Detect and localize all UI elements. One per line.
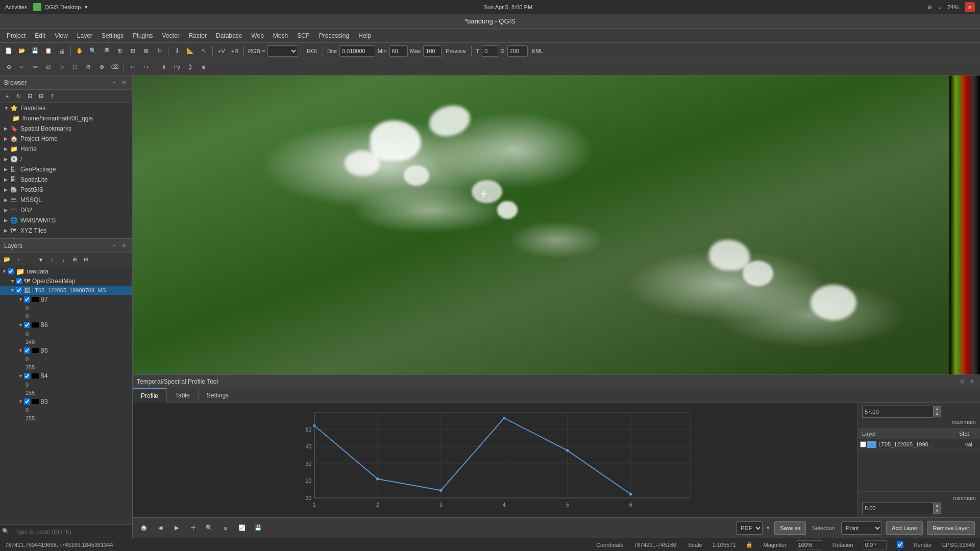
browser-filter-btn[interactable]: ⊟ bbox=[24, 91, 35, 102]
remove-layer-button[interactable]: Remove Layer bbox=[927, 521, 975, 535]
min-value-input[interactable] bbox=[862, 502, 934, 514]
zoom-selection-btn[interactable]: ⊠ bbox=[140, 45, 152, 57]
rawdata-checkbox[interactable] bbox=[8, 268, 14, 274]
profile-panel-close-btn[interactable]: ✕ bbox=[968, 378, 976, 386]
min-spinbox[interactable]: ▲ ▼ bbox=[862, 502, 976, 514]
max-spinbox[interactable]: ▲ ▼ bbox=[862, 406, 976, 418]
add-raster-btn[interactable]: +R bbox=[229, 45, 241, 57]
menu-scp[interactable]: SCP bbox=[293, 30, 314, 41]
browser-home[interactable]: ▶ 📁 Home bbox=[0, 144, 132, 154]
browser-help-btn[interactable]: ? bbox=[47, 91, 57, 102]
browser-mssql[interactable]: ▶ 🗃 MSSQL bbox=[0, 195, 132, 205]
profile-save-img-btn[interactable]: 💾 bbox=[252, 522, 264, 534]
browser-favorites[interactable]: ▼ ⭐ Favorites bbox=[0, 103, 132, 113]
browser-xyz-tiles[interactable]: ▶ 🗺 XYZ Tiles bbox=[0, 226, 132, 236]
render-checkbox[interactable] bbox=[897, 541, 903, 548]
dropdown-icon[interactable]: ▼ bbox=[84, 5, 88, 10]
layers-up-btn[interactable]: ↑ bbox=[47, 255, 57, 265]
tb2-btn3[interactable]: ✏ bbox=[29, 61, 41, 73]
export-format-select[interactable]: PDF bbox=[736, 521, 763, 535]
preview-btn[interactable]: Preview bbox=[443, 45, 469, 57]
max-up-btn[interactable]: ▲ bbox=[934, 406, 941, 412]
browser-project-home[interactable]: ▶ 🏠 Project Home bbox=[0, 134, 132, 144]
menu-project[interactable]: Project bbox=[3, 30, 30, 41]
zoom-out-btn[interactable]: 🔎 bbox=[100, 45, 112, 57]
browser-refresh-btn[interactable]: ↻ bbox=[13, 91, 23, 102]
browser-home-qgis[interactable]: 📁 /home/firmanhadi/00_qgis bbox=[0, 113, 132, 123]
tb2-scp-btn[interactable]: ≡ bbox=[198, 61, 210, 73]
identify-btn[interactable]: ℹ bbox=[171, 45, 183, 57]
print-btn[interactable]: 🖨 bbox=[56, 45, 68, 57]
rotation-input[interactable] bbox=[864, 540, 887, 549]
layer-b4[interactable]: ▼ B4 bbox=[0, 371, 132, 381]
rgb-select[interactable] bbox=[267, 45, 298, 57]
dist-input[interactable] bbox=[339, 45, 375, 57]
t-input[interactable] bbox=[482, 45, 498, 57]
min-down-btn[interactable]: ▼ bbox=[934, 508, 941, 514]
layer-b3[interactable]: ▼ B3 bbox=[0, 397, 132, 406]
b7-checkbox[interactable] bbox=[24, 296, 30, 303]
tb2-btn6[interactable]: ⬡ bbox=[69, 61, 81, 73]
layer-rawdata[interactable]: ▼ 📁 rawdata bbox=[0, 266, 132, 277]
lt05-checkbox[interactable] bbox=[16, 287, 22, 293]
browser-db2[interactable]: ▶ 🗃 DB2 bbox=[0, 205, 132, 215]
zoom-layer-btn[interactable]: ⊟ bbox=[127, 45, 139, 57]
layer-search-input[interactable] bbox=[11, 525, 132, 538]
max-input[interactable] bbox=[423, 45, 442, 57]
menu-layer[interactable]: Layer bbox=[73, 30, 96, 41]
save-as-button[interactable]: Save as bbox=[774, 521, 806, 535]
measure-btn[interactable]: 📐 bbox=[184, 45, 197, 57]
s-input[interactable] bbox=[507, 45, 528, 57]
layers-collapse-all-btn2[interactable]: ⊟ bbox=[81, 255, 91, 265]
add-vector-btn[interactable]: +V bbox=[215, 45, 228, 57]
menu-help[interactable]: Help bbox=[354, 30, 375, 41]
tab-profile[interactable]: Profile bbox=[133, 388, 167, 403]
select-btn[interactable]: ↖ bbox=[198, 45, 210, 57]
layer-b7[interactable]: ▼ B7 bbox=[0, 295, 132, 304]
browser-collapse-all-btn[interactable]: ⊞ bbox=[36, 91, 46, 102]
browser-postgis[interactable]: ▶ 🐘 PostGIS bbox=[0, 185, 132, 195]
tb2-btn7[interactable]: ⚙ bbox=[82, 61, 94, 73]
min-input[interactable] bbox=[389, 45, 408, 57]
open-project-btn[interactable]: 📂 bbox=[16, 45, 28, 57]
b3-checkbox[interactable] bbox=[24, 398, 30, 405]
layers-filter-btn[interactable]: ▼ bbox=[36, 255, 46, 265]
tb2-btn5[interactable]: ▷ bbox=[56, 61, 68, 73]
layers-remove-btn[interactable]: − bbox=[24, 255, 35, 265]
browser-wcs[interactable]: ▶ 🌐 WCS bbox=[0, 236, 132, 238]
zoom-in-btn[interactable]: 🔍 bbox=[87, 45, 99, 57]
pan-btn[interactable]: ✋ bbox=[74, 45, 86, 57]
menu-settings[interactable]: Settings bbox=[97, 30, 128, 41]
menu-view[interactable]: View bbox=[51, 30, 72, 41]
layer-b6[interactable]: ▼ B6 bbox=[0, 320, 132, 330]
profile-panel-float-btn[interactable]: ⊡ bbox=[958, 378, 966, 386]
tb2-more2[interactable]: ⟫ bbox=[184, 61, 197, 73]
b4-checkbox[interactable] bbox=[24, 373, 30, 379]
tb2-undo-btn[interactable]: ↩ bbox=[127, 61, 139, 73]
map-area[interactable]: ✛ bbox=[133, 76, 980, 374]
browser-spatial-bookmarks[interactable]: ▶ 🔖 Spatial Bookmarks bbox=[0, 123, 132, 134]
layer-lt05[interactable]: ▼ 🖼 LT05_122065_19900709_MS bbox=[0, 286, 132, 295]
zoom-extent-btn[interactable]: ⊞ bbox=[113, 45, 126, 57]
layer-osm[interactable]: ▼ 🗺 OpenStreetMap bbox=[0, 277, 132, 286]
tb2-redo-btn[interactable]: ↪ bbox=[140, 61, 152, 73]
tb2-btn4[interactable]: ∅ bbox=[42, 61, 55, 73]
min-up-btn[interactable]: ▲ bbox=[934, 503, 941, 508]
layers-down-btn[interactable]: ↓ bbox=[58, 255, 68, 265]
kml-btn[interactable]: KML bbox=[529, 45, 547, 57]
browser-geopackage[interactable]: ▶ 🗄 GeoPackage bbox=[0, 164, 132, 174]
max-down-btn[interactable]: ▼ bbox=[934, 412, 941, 417]
new-project-btn[interactable]: 📄 bbox=[3, 45, 15, 57]
layers-open-btn[interactable]: 📂 bbox=[2, 255, 12, 265]
layer-row-checkbox[interactable] bbox=[860, 441, 866, 447]
layers-close-btn[interactable]: ✕ bbox=[120, 242, 128, 250]
b6-checkbox[interactable] bbox=[24, 322, 30, 328]
browser-close-btn[interactable]: ✕ bbox=[120, 79, 128, 87]
activities-label[interactable]: Activities bbox=[5, 4, 27, 10]
b5-checkbox[interactable] bbox=[24, 347, 30, 354]
tb2-btn1[interactable]: ⊕ bbox=[3, 61, 15, 73]
layers-expand-btn[interactable]: ⊞ bbox=[69, 255, 80, 265]
browser-spatialite[interactable]: ▶ 🗄 SpatiaLite bbox=[0, 174, 132, 185]
magnifier-input[interactable] bbox=[797, 540, 822, 549]
profile-pan-btn[interactable]: ✛ bbox=[187, 522, 199, 534]
